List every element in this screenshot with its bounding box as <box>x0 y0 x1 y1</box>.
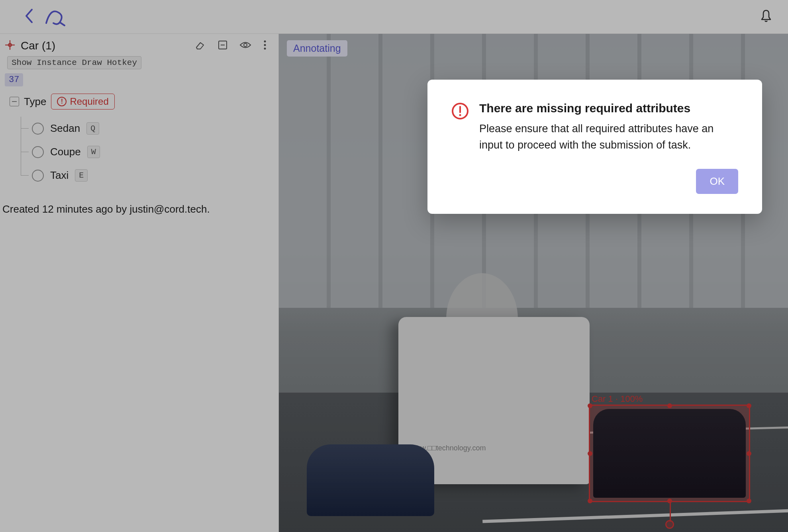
notifications-icon[interactable] <box>760 9 772 24</box>
option-label: Coupe <box>50 146 81 158</box>
bbox-handle-br[interactable] <box>747 499 751 503</box>
more-menu-icon[interactable] <box>263 40 267 52</box>
modal-header: There are missing required attributes Pl… <box>451 102 738 153</box>
bbox-handle-bl[interactable] <box>588 499 592 503</box>
class-title: Car (1) <box>21 39 55 52</box>
bbox-handle-tr[interactable] <box>747 403 751 408</box>
svg-point-9 <box>459 114 461 116</box>
option-taxi[interactable]: Taxi E <box>32 164 278 187</box>
top-bar <box>0 0 788 34</box>
class-header: Car (1) <box>0 34 278 56</box>
crosshair-icon <box>5 40 15 52</box>
info-icon: ! <box>57 97 67 106</box>
radio-sedan[interactable] <box>32 123 44 135</box>
option-hotkey: W <box>87 146 100 158</box>
modal-body: Please ensure that all required attribut… <box>479 121 738 153</box>
top-bar-left <box>24 5 66 29</box>
background-car <box>307 444 434 516</box>
option-label: Sedan <box>50 122 80 135</box>
svg-point-4 <box>264 41 266 43</box>
annotated-car <box>593 409 746 498</box>
created-metadata: Created 12 minutes ago by justin@cord.te… <box>0 187 278 215</box>
bbox-label: Car 1 · 100% <box>592 394 643 404</box>
collapse-icon[interactable] <box>218 40 227 51</box>
eraser-icon[interactable] <box>195 40 206 51</box>
missing-attributes-modal: There are missing required attributes Pl… <box>427 80 762 214</box>
required-label: Required <box>70 96 108 107</box>
option-coupe[interactable]: Coupe W <box>32 140 278 164</box>
modal-ok-button[interactable]: OK <box>696 169 738 194</box>
attribute-options: Sedan Q Coupe W Taxi E <box>0 113 278 187</box>
instance-number-badge: 37 <box>5 73 23 86</box>
hotkey-row: Show Instance Draw Hotkey <box>0 56 278 69</box>
svg-point-3 <box>244 43 247 47</box>
radio-coupe[interactable] <box>32 146 44 158</box>
bounding-box[interactable]: Car 1 · 100% <box>589 405 750 502</box>
bbox-handle-tl[interactable] <box>588 403 592 408</box>
required-badge: ! Required <box>51 94 114 110</box>
option-hotkey: E <box>75 169 88 182</box>
radio-taxi[interactable] <box>32 170 44 182</box>
option-hotkey: Q <box>86 122 99 135</box>
class-header-actions <box>195 40 271 52</box>
attribute-collapse-toggle[interactable] <box>10 97 19 106</box>
option-sedan[interactable]: Sedan Q <box>32 117 278 140</box>
app-logo[interactable] <box>42 5 66 29</box>
bbox-handle-r[interactable] <box>747 451 751 456</box>
svg-point-5 <box>264 44 266 46</box>
sidebar: Car (1) Show Instance Draw Hotkey <box>0 34 279 532</box>
status-badge: Annotating <box>287 40 347 57</box>
number-badge-row: 37 <box>0 69 278 86</box>
attribute-label: Type <box>24 96 46 108</box>
back-icon[interactable] <box>24 8 34 25</box>
bbox-rotate-handle[interactable] <box>665 520 674 529</box>
attribute-header: Type ! Required <box>0 86 278 113</box>
option-label: Taxi <box>50 169 69 182</box>
modal-content: There are missing required attributes Pl… <box>479 102 738 153</box>
visibility-icon[interactable] <box>239 41 251 51</box>
svg-point-6 <box>264 48 266 50</box>
alert-icon <box>451 102 469 121</box>
class-header-left: Car (1) <box>5 39 55 52</box>
bbox-rotate-stem <box>670 501 671 522</box>
instance-draw-hotkey-label: Show Instance Draw Hotkey <box>7 56 141 69</box>
bbox-handle-t[interactable] <box>667 403 672 408</box>
bbox-handle-l[interactable] <box>588 451 592 456</box>
modal-title: There are missing required attributes <box>479 102 738 115</box>
modal-footer: OK <box>451 169 738 194</box>
